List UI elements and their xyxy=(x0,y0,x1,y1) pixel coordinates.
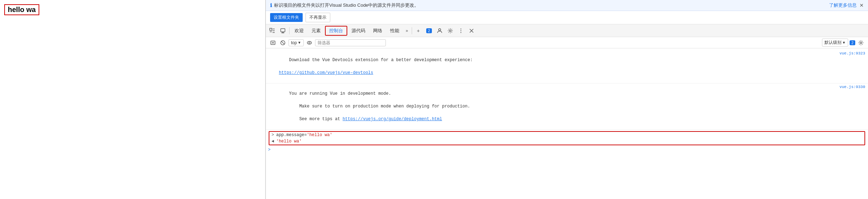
svg-point-3 xyxy=(439,29,441,31)
console-toolbar: top ▼ 默认级别 ▼ 2 xyxy=(266,37,868,48)
info-banner: ℹ 标识项目的根文件夹以打开Visual Studio Code中的源文件并同步… xyxy=(266,0,868,11)
context-dropdown[interactable]: top ▼ xyxy=(289,39,304,46)
eye-icon[interactable] xyxy=(305,39,314,47)
console-command-section: > app.message='hello wa' ◄ 'hello wa' xyxy=(269,131,865,145)
info-banner-message: 标识项目的根文件夹以打开Visual Studio Code中的源文件并同步更改… xyxy=(274,2,419,8)
console-content: Download the Vue Devtools extension for … xyxy=(266,48,868,199)
info-icon: ℹ xyxy=(270,2,272,8)
input-arrow-icon: > xyxy=(268,147,270,152)
set-root-button[interactable]: 设置根文件夹 xyxy=(270,13,303,22)
tab-bar: 欢迎 元素 控制台 源代码 网络 性能 » + 2 xyxy=(266,24,868,37)
dropdown-arrow-icon: ▼ xyxy=(298,41,301,45)
banner-buttons-row: 设置根文件夹 不再显示 xyxy=(266,11,868,24)
result-arrow-icon: ◄ xyxy=(272,139,274,144)
info-banner-left: ℹ 标识项目的根文件夹以打开Visual Studio Code中的源文件并同步… xyxy=(270,2,419,8)
svg-point-6 xyxy=(460,30,461,31)
context-label: top xyxy=(291,40,297,45)
info-banner-right: 了解更多信息 ✕ xyxy=(829,2,864,8)
tab-console[interactable]: 控制台 xyxy=(325,26,347,36)
console-message-1: Download the Vue Devtools extension for … xyxy=(266,50,868,83)
left-panel: hello wa xyxy=(0,0,265,199)
console-message-2-text: You are running Vue in development mode.… xyxy=(269,84,836,129)
no-show-button[interactable]: 不再显示 xyxy=(305,13,330,22)
tab-network[interactable]: 网络 xyxy=(370,26,386,36)
svg-rect-1 xyxy=(281,29,285,32)
tab-elements[interactable]: 元素 xyxy=(308,26,324,36)
close-devtools-button[interactable] xyxy=(467,26,476,36)
result-string: 'hello wa' xyxy=(276,139,302,144)
deployment-link[interactable]: https://vuejs.org/guide/deployment.html xyxy=(343,117,442,122)
svg-point-7 xyxy=(460,32,461,33)
devtools-panel: ℹ 标识项目的根文件夹以打开Visual Studio Code中的源文件并同步… xyxy=(265,0,868,199)
menu-icon[interactable] xyxy=(456,26,466,36)
svg-point-12 xyxy=(860,42,862,43)
filter-input[interactable] xyxy=(315,39,386,46)
level-label: 默认级别 xyxy=(824,40,841,46)
level-arrow-icon: ▼ xyxy=(842,41,846,45)
cmd-string: 'hello wa' xyxy=(307,133,332,137)
ban-icon[interactable] xyxy=(279,39,287,47)
inspect-icon[interactable] xyxy=(267,26,277,36)
console-source-2[interactable]: vue.js:9330 xyxy=(839,84,865,90)
svg-point-5 xyxy=(460,28,461,29)
hello-wa-display: hello wa xyxy=(4,4,39,15)
tab-sources[interactable]: 源代码 xyxy=(348,26,369,36)
settings-icon[interactable] xyxy=(445,26,455,36)
cmd-prefix: app.message= xyxy=(276,133,307,137)
console-command-line: > app.message='hello wa' xyxy=(269,132,864,138)
log-level-dropdown[interactable]: 默认级别 ▼ xyxy=(822,39,848,47)
svg-point-4 xyxy=(449,30,451,31)
svg-point-10 xyxy=(307,41,312,44)
badge-label: 2 xyxy=(426,28,432,33)
tab-divider-2 xyxy=(412,27,412,34)
console-settings-icon[interactable] xyxy=(857,39,865,47)
console-badge: 2 xyxy=(850,40,855,45)
clear-console-button[interactable] xyxy=(269,39,277,47)
cmd-arrow-icon: > xyxy=(272,133,274,137)
console-message-1-text: Download the Vue Devtools extension for … xyxy=(269,51,836,82)
add-tab-button[interactable]: + xyxy=(413,26,423,36)
cmd-text: app.message='hello wa' xyxy=(276,133,332,137)
console-result-line: ◄ 'hello wa' xyxy=(269,138,864,145)
learn-more-link[interactable]: 了解更多信息 xyxy=(829,2,857,8)
tab-badge: 2 xyxy=(424,26,434,36)
vue-devtools-link[interactable]: https://github.com/vuejs/vue-devtools xyxy=(279,70,373,75)
profile-icon[interactable] xyxy=(435,26,445,36)
console-message-2: You are running Vue in development mode.… xyxy=(266,83,868,130)
svg-point-11 xyxy=(309,42,310,43)
badge-area: 2 xyxy=(850,40,855,45)
tab-welcome[interactable]: 欢迎 xyxy=(291,26,307,36)
svg-rect-0 xyxy=(270,28,272,30)
close-banner-button[interactable]: ✕ xyxy=(860,2,864,8)
console-input-line: > xyxy=(266,147,868,153)
device-icon[interactable] xyxy=(278,26,288,36)
tab-more-button[interactable]: » xyxy=(404,26,410,36)
tab-divider-1 xyxy=(289,27,290,34)
tab-performance[interactable]: 性能 xyxy=(387,26,403,36)
console-source-1[interactable]: vue.js:9323 xyxy=(839,51,865,57)
